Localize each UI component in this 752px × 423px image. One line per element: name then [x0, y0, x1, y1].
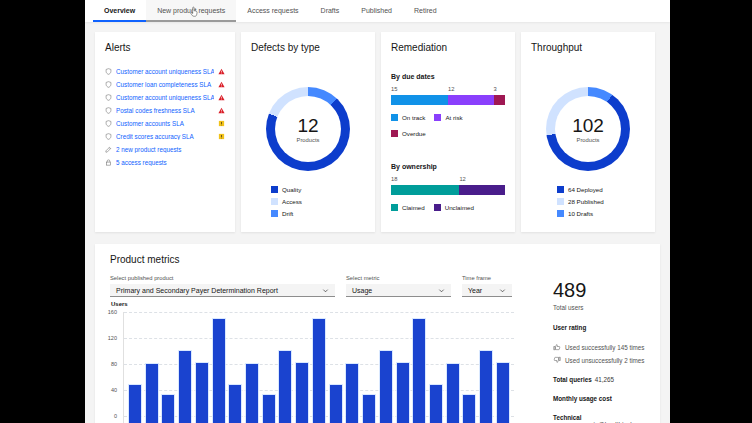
legend-label: Unclaimed: [445, 204, 474, 211]
legend-label: Drift: [282, 210, 293, 217]
bar-21: [463, 395, 475, 423]
tab-drafts[interactable]: Drafts: [310, 0, 351, 22]
product-metrics-title: Product metrics: [110, 254, 179, 265]
bar-19: [430, 385, 442, 423]
legend-item-access: Access: [271, 198, 365, 205]
dropdown-time-frame[interactable]: Year: [462, 284, 512, 297]
technical-owner-row: Technical ownermunezia@healthtech.com: [553, 414, 657, 423]
y-axis-label: Users: [111, 301, 128, 307]
throughput-legend: 64 Deployed28 Published10 Drafts: [557, 186, 645, 217]
throughput-donut-center: 102 Products: [546, 87, 630, 171]
legend-swatch: [391, 130, 398, 137]
total-users-label: Total users: [553, 304, 657, 311]
remediation-subtitle: By ownership: [391, 163, 505, 170]
legend-swatch: [271, 210, 278, 217]
shield-icon: [105, 81, 112, 88]
legend-label: 64 Deployed: [568, 186, 603, 193]
bar-9: [263, 395, 275, 423]
total-queries-value: 41,265: [595, 376, 614, 383]
bar-13: [330, 385, 342, 423]
defects-title: Defects by type: [251, 42, 365, 53]
summary-cards-row: Alerts Customer account uniqueness SLACu…: [95, 32, 655, 232]
bar-segment-at-risk: [448, 95, 494, 105]
filter-time-frame: Time frameYear: [462, 275, 512, 297]
remediation-group-by-due-dates: By due dates15123On trackAt riskOverdue: [391, 73, 505, 137]
bar-15: [363, 395, 375, 423]
shield-icon: [105, 107, 112, 114]
tab-retired[interactable]: Retired: [403, 0, 448, 22]
alert-label: Customer loan completeness SLA: [116, 81, 214, 88]
defects-legend: QualityAccessDrift: [271, 186, 365, 217]
chevron-down-icon: [322, 287, 329, 294]
bar-22: [480, 351, 492, 423]
alert-item-2-new-product-requests[interactable]: 2 new product requests: [105, 143, 225, 156]
legend-label: On track: [402, 114, 425, 121]
tab-overview[interactable]: Overview: [93, 0, 146, 22]
segment-values: 1812: [391, 176, 505, 184]
defects-by-type-card: Defects by type 12 Products QualityAcces…: [241, 32, 375, 232]
bar-10: [279, 351, 291, 423]
legend-swatch: [434, 114, 441, 121]
remediation-title: Remediation: [391, 42, 505, 53]
y-tick-160: 160: [108, 309, 117, 315]
filter-label: Select metric: [346, 275, 451, 281]
alert-item-customer-accounts-sla[interactable]: Customer accounts SLA: [105, 117, 225, 130]
alert-item-customer-account-uniqueness-sla[interactable]: Customer account uniqueness SLA: [105, 65, 225, 78]
segment-value: 12: [459, 176, 465, 182]
legend-swatch: [271, 186, 278, 193]
bar-3: [162, 395, 174, 423]
stacked-bar: [391, 95, 505, 105]
bar-11: [296, 363, 308, 423]
alert-item-5-access-requests[interactable]: 5 access requests: [105, 156, 225, 169]
filters-row: Select published productPrimary and Seco…: [110, 275, 512, 297]
dropdown-select-metric[interactable]: Usage: [346, 284, 451, 297]
y-tick-0: 0: [114, 413, 117, 419]
bar-6: [213, 319, 225, 423]
critical-warning-icon: [218, 107, 225, 114]
remediation-groups: By due dates15123On trackAt riskOverdueB…: [391, 73, 505, 211]
alert-label: Credit scores accuracy SLA: [116, 133, 214, 140]
locked-icon: [105, 159, 112, 166]
shield-icon: [105, 68, 112, 75]
alert-item-customer-loan-completeness-sla[interactable]: Customer loan completeness SLA: [105, 78, 225, 91]
legend-swatch: [271, 198, 278, 205]
legend-swatch: [434, 204, 441, 211]
monthly-usage-cost-row: Monthly usage cost: [553, 395, 657, 402]
total-users-value: 489: [553, 280, 657, 300]
y-tick-120: 120: [108, 335, 117, 341]
legend-swatch: [391, 204, 398, 211]
alert-item-postal-codes-freshness-sla[interactable]: Postal codes freshness SLA: [105, 104, 225, 117]
tab-published[interactable]: Published: [350, 0, 403, 22]
bar-7: [229, 385, 241, 423]
remediation-subtitle: By due dates: [391, 73, 505, 80]
alert-item-customer-account-uniqueness-sla[interactable]: Customer account uniqueness SLA: [105, 91, 225, 104]
legend-swatch: [557, 186, 564, 193]
dropdown-value: Primary and Secondary Payer Determinatio…: [116, 287, 278, 294]
segment-value: 18: [391, 176, 397, 182]
legend-item-overdue: Overdue: [391, 130, 426, 137]
alert-item-credit-scores-accuracy-sla[interactable]: Credit scores accuracy SLA: [105, 130, 225, 143]
monthly-usage-cost-label: Monthly usage cost: [553, 395, 612, 402]
stacked-bar-legend: On trackAt riskOverdue: [391, 114, 505, 137]
bar-16: [380, 351, 392, 423]
remediation-card: Remediation By due dates15123On trackAt …: [381, 32, 515, 232]
usage-bar-chart: [123, 312, 514, 423]
tab-new-product-requests[interactable]: New product requests: [146, 0, 236, 22]
legend-item-10-drafts: 10 Drafts: [557, 210, 645, 217]
bar-segment-unclaimed: [459, 185, 505, 195]
remediation-group-by-ownership: By ownership1812ClaimedUnclaimed: [391, 163, 505, 211]
legend-item-at-risk: At risk: [434, 114, 462, 121]
chevron-down-icon: [499, 287, 506, 294]
legend-label: Access: [282, 198, 302, 205]
thumbs-down-icon: [553, 356, 561, 364]
tab-access-requests[interactable]: Access requests: [236, 0, 309, 22]
bar-14: [346, 364, 358, 423]
legend-item-28-published: 28 Published: [557, 198, 645, 205]
shield-icon: [105, 120, 112, 127]
alert-label: Postal codes freshness SLA: [116, 107, 214, 114]
segment-values: 15123: [391, 86, 505, 94]
legend-swatch: [557, 198, 564, 205]
defects-count-label: Products: [297, 137, 320, 143]
dropdown-select-published-product[interactable]: Primary and Secondary Payer Determinatio…: [110, 284, 335, 297]
alerts-card: Alerts Customer account uniqueness SLACu…: [95, 32, 235, 232]
